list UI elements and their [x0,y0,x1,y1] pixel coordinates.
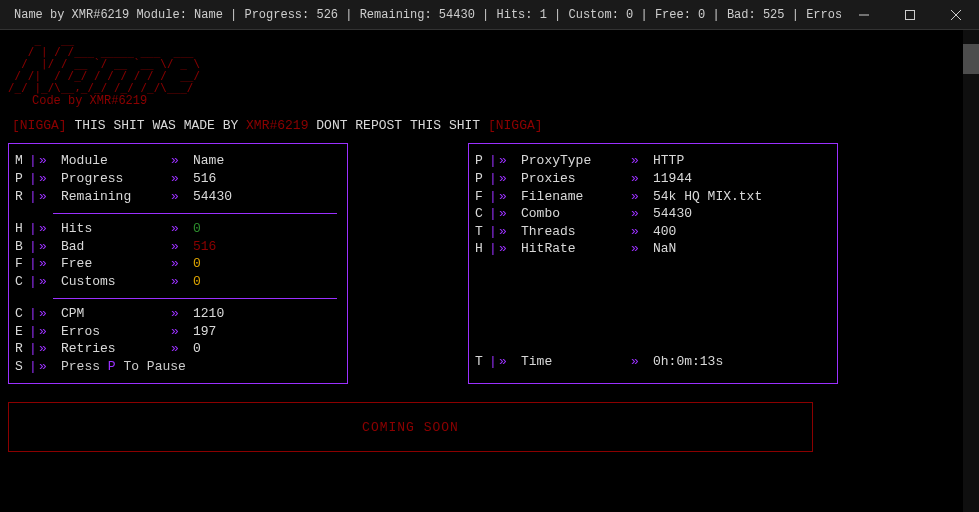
stat-row: M|»Module»Name [15,152,337,170]
stat-key: C [475,205,489,223]
stat-label: Threads [521,223,631,241]
separator: | [489,170,499,188]
arrow-icon: » [171,170,193,188]
stat-row: T|»Threads»400 [475,223,827,241]
stat-label: Customs [61,273,171,291]
arrow-icon: » [39,323,61,341]
stats-panel-right: P|»ProxyType»HTTPP|»Proxies»11944F|»File… [468,143,838,384]
stat-label: Free [61,255,171,273]
separator: | [29,323,39,341]
stat-value: 54430 [193,188,232,206]
window-controls [841,0,979,29]
stat-row: C|»Customs»0 [15,273,337,291]
stat-label: Bad [61,238,171,256]
stat-label: ProxyType [521,152,631,170]
stat-key: C [15,305,29,323]
stat-key: B [15,238,29,256]
separator: | [489,240,499,258]
separator: | [29,255,39,273]
stat-key: C [15,273,29,291]
stat-label: Module [61,152,171,170]
separator: | [29,305,39,323]
separator: | [489,223,499,241]
separator: | [489,152,499,170]
stats-panel-left: M|»Module»NameP|»Progress»516R|»Remainin… [8,143,348,384]
banner-tag: [NIGGA] [12,118,67,133]
stat-value: 0 [193,220,201,238]
arrow-icon: » [499,223,521,241]
arrow-icon: » [171,305,193,323]
stat-key: F [15,255,29,273]
arrow-icon: » [171,220,193,238]
stat-value: 11944 [653,170,692,188]
stat-label: HitRate [521,240,631,258]
stat-row: C|»CPM»1210 [15,305,337,323]
stat-value: 54k HQ MIX.txt [653,188,762,206]
arrow-icon: » [39,340,61,358]
stat-row: P|»Proxies»11944 [475,170,827,188]
stat-row: C|»Combo»54430 [475,205,827,223]
arrow-icon: » [631,188,653,206]
stat-label: Filename [521,188,631,206]
ascii-logo: _ __ / | / /___ _____ ___ ___ / |/ / __ … [8,34,971,94]
arrow-icon: » [39,188,61,206]
stat-value: Name [193,152,224,170]
banner-text2: DONT REPOST THIS SHIT [316,118,480,133]
titlebar: Name by XMR#6219 Module: Name | Progress… [0,0,979,30]
separator: | [29,188,39,206]
separator: | [489,205,499,223]
stat-value: 0 [193,340,201,358]
stat-key: P [475,152,489,170]
stat-row: T | » Time » 0h:0m:13s [475,353,827,371]
arrow-icon: » [39,220,61,238]
stat-value: 400 [653,223,676,241]
stat-key: M [15,152,29,170]
arrow-icon: » [171,152,193,170]
arrow-icon: » [631,152,653,170]
stat-label: Combo [521,205,631,223]
stat-value: 516 [193,238,216,256]
stat-key: H [475,240,489,258]
maximize-button[interactable] [887,0,933,29]
banner: [NIGGA] THIS SHIT WAS MADE BY XMR#6219 D… [12,118,971,133]
stat-row: R|»Retries»0 [15,340,337,358]
divider [53,298,337,299]
separator: | [29,238,39,256]
arrow-icon: » [171,340,193,358]
stat-key: F [475,188,489,206]
minimize-button[interactable] [841,0,887,29]
stat-key: P [15,170,29,188]
stat-key: R [15,340,29,358]
stat-row: F|»Filename»54k HQ MIX.txt [475,188,827,206]
arrow-icon: » [631,223,653,241]
separator: | [29,340,39,358]
close-button[interactable] [933,0,979,29]
stat-label: Remaining [61,188,171,206]
stat-value: HTTP [653,152,684,170]
arrow-icon: » [499,188,521,206]
stat-row: H|»HitRate»NaN [475,240,827,258]
stat-row: E|»Erros»197 [15,323,337,341]
stat-key: H [15,220,29,238]
arrow-icon: » [39,170,61,188]
separator: | [29,220,39,238]
stat-row: P|»ProxyType»HTTP [475,152,827,170]
arrow-icon: » [631,205,653,223]
arrow-icon: » [499,152,521,170]
stat-value: 1210 [193,305,224,323]
titlebar-left: Name by XMR#6219 Module: Name | Progress… [8,7,841,23]
stat-row: F|»Free»0 [15,255,337,273]
stat-row: P|»Progress»516 [15,170,337,188]
stat-row: H|»Hits»0 [15,220,337,238]
stat-label: Retries [61,340,171,358]
banner-tag2: [NIGGA] [488,118,543,133]
arrow-icon: » [39,238,61,256]
arrow-icon: » [631,240,653,258]
credit-line: Code by XMR#6219 [32,94,971,108]
stat-label: CPM [61,305,171,323]
stat-key: E [15,323,29,341]
coming-soon-box: COMING SOON [8,402,813,452]
stat-label: Hits [61,220,171,238]
separator: | [29,152,39,170]
arrow-icon: » [39,152,61,170]
